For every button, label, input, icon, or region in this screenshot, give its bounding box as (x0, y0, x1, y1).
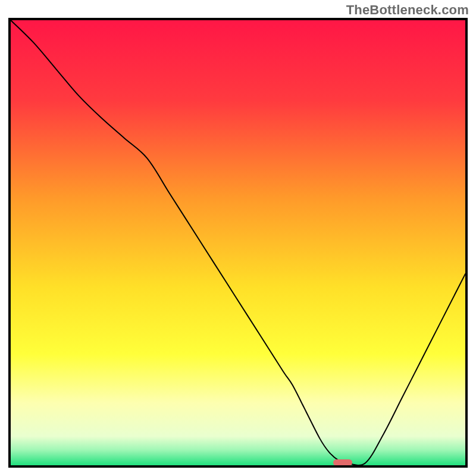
bottleneck-chart: TheBottleneck.com (0, 0, 476, 476)
plot-svg (11, 20, 465, 465)
watermark-label: TheBottleneck.com (346, 2, 469, 18)
optimal-marker (333, 459, 352, 466)
gradient-background (11, 20, 465, 465)
plot-frame (8, 18, 468, 468)
